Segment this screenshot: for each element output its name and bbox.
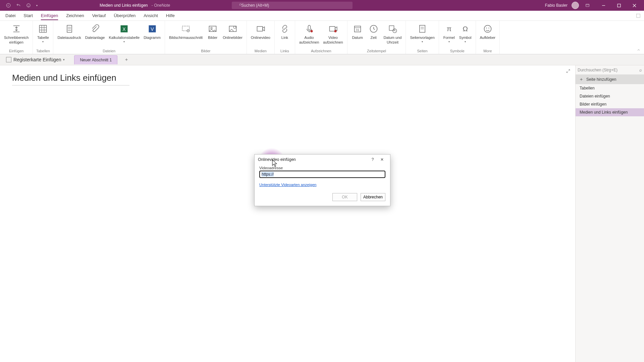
dialog-help-button[interactable]: ? xyxy=(368,156,377,164)
menu-tab-hilfe[interactable]: Hilfe xyxy=(162,11,179,21)
time-icon xyxy=(368,23,380,35)
menu-tab-ansicht[interactable]: Ansicht xyxy=(140,11,162,21)
page-list-item[interactable]: Medien und Links einfügen xyxy=(576,108,644,116)
ribbon-btn-attachment[interactable]: Dateianlage xyxy=(83,22,107,41)
menu-tab-überprüfen[interactable]: Überprüfen xyxy=(110,11,140,21)
ribbon-group-label: Bilder xyxy=(201,49,210,54)
ribbon-btn-label: Link xyxy=(281,36,288,40)
ribbon-btn-symbol[interactable]: ΩSymbol▾ xyxy=(457,22,474,44)
ribbon-btn-pictures[interactable]: Bilder xyxy=(205,22,221,41)
svg-rect-11 xyxy=(40,25,47,33)
menu-tab-einfügen[interactable]: Einfügen xyxy=(37,11,62,21)
menu-tab-label: Überprüfen xyxy=(114,13,136,18)
supported-video-types-link[interactable]: Unterstützte Videoarten anzeigen xyxy=(259,183,316,187)
dialog-cancel-button[interactable]: Abbrechen xyxy=(361,193,385,201)
dialog-title: Onlinevideo einfügen xyxy=(258,157,296,162)
ribbon-btn-record-audio[interactable]: Audio aufzeichnen xyxy=(297,22,321,46)
ribbon-btn-screen-clipping[interactable]: Bildschirmausschnitt xyxy=(167,22,205,41)
add-section-button[interactable]: ＋ xyxy=(122,56,131,63)
ribbon-btn-label: Audio aufzeichnen xyxy=(299,36,319,45)
ribbon-btn-visio[interactable]: VDiagramm xyxy=(142,22,163,41)
insert-space-icon xyxy=(10,23,22,35)
ribbon-btn-equation[interactable]: πFormel▾ xyxy=(441,22,457,44)
menu-tab-label: Ansicht xyxy=(144,13,158,18)
ribbon-btn-label: Datum xyxy=(352,36,363,40)
dialog-close-button[interactable]: ✕ xyxy=(377,156,387,164)
qat-customize-button[interactable]: ▾ xyxy=(34,4,40,7)
expand-page-button[interactable] xyxy=(566,69,571,73)
ribbon-group-seiten: Seitenvorlagen▾Seiten xyxy=(406,21,439,54)
menu-tab-start[interactable]: Start xyxy=(19,11,37,21)
ribbon-group-label: Seiten xyxy=(417,49,428,54)
chevron-down-icon: ▾ xyxy=(422,40,423,43)
video-address-input[interactable] xyxy=(259,171,385,178)
ribbon-group-links: LinkLinks xyxy=(275,21,295,54)
nav-back-button[interactable] xyxy=(4,1,13,9)
share-button[interactable] xyxy=(636,13,641,18)
ribbon-btn-insert-space[interactable]: Schreibbereich einfügen xyxy=(2,22,31,46)
page-list-item[interactable]: Tabellen xyxy=(576,84,644,92)
svg-point-48 xyxy=(488,28,489,28)
close-button[interactable] xyxy=(627,0,642,11)
record-video-icon xyxy=(327,23,339,35)
ribbon-group-label: Aufzeichnen xyxy=(311,49,331,54)
ribbon-btn-file-printout[interactable]: Dateiausdruck xyxy=(55,22,83,41)
minimize-button[interactable] xyxy=(596,0,611,11)
page-search-input[interactable] xyxy=(578,68,638,72)
ribbon-btn-label: Datum und Uhrzeit xyxy=(384,36,402,45)
svg-rect-24 xyxy=(182,26,190,31)
fullscreen-icon xyxy=(636,13,641,18)
svg-rect-31 xyxy=(308,25,310,30)
menu-tab-verlauf[interactable]: Verlauf xyxy=(88,11,110,21)
page-list-item[interactable]: Bilder einfügen xyxy=(576,100,644,108)
ribbon-btn-page-templates[interactable]: Seitenvorlagen▾ xyxy=(408,22,436,44)
ribbon-btn-time[interactable]: Zeit xyxy=(366,22,382,41)
maximize-button[interactable] xyxy=(611,0,627,11)
ribbon-group-label: Links xyxy=(280,49,289,54)
ribbon-btn-date[interactable]: 31Datum xyxy=(350,22,366,41)
notebook-dropdown[interactable]: Registerkarte Einfügen ▾ xyxy=(3,56,68,64)
ribbon-group-label: Einfügen xyxy=(9,49,23,54)
ribbon-group-dateien: DateiausdruckDateianlageXKalkulationstab… xyxy=(53,21,165,54)
ribbon-display-options[interactable] xyxy=(583,1,592,9)
ribbon-btn-sticker[interactable]: Aufkleber xyxy=(478,22,497,41)
section-tab[interactable]: Neuer Abschnitt 1 xyxy=(74,55,117,64)
ribbon-btn-date-time[interactable]: Datum und Uhrzeit xyxy=(382,22,404,46)
attachment-icon xyxy=(89,23,101,35)
dialog-ok-button[interactable]: OK xyxy=(332,193,357,201)
ribbon-btn-record-video[interactable]: Video aufzeichnen xyxy=(321,22,345,46)
equation-icon: π xyxy=(443,23,455,35)
undo-button[interactable] xyxy=(14,1,23,9)
ribbon-btn-label: Tabelle xyxy=(37,36,49,40)
menu-tab-zeichnen[interactable]: Zeichnen xyxy=(62,11,88,21)
tell-me-search[interactable] xyxy=(232,2,353,9)
menu-tab-datei[interactable]: Datei xyxy=(1,11,19,21)
page-templates-icon xyxy=(416,23,428,35)
smiley-icon xyxy=(26,3,31,8)
page-canvas[interactable]: Medien und Links einfügen xyxy=(0,65,575,362)
ribbon-btn-online-pictures[interactable]: Onlinebilder xyxy=(221,22,245,41)
table-icon xyxy=(37,23,49,35)
ribbon-btn-online-video[interactable]: Onlinevideo xyxy=(249,22,272,41)
collapse-ribbon-button[interactable] xyxy=(637,48,641,52)
account-name[interactable]: Fabio Basler xyxy=(545,3,568,8)
sticker-icon xyxy=(482,23,494,35)
dialog-titlebar[interactable]: Onlinevideo einfügen ? ✕ xyxy=(255,155,390,165)
page-list-item[interactable]: Dateien einfügen xyxy=(576,92,644,100)
menu-tab-label: Einfügen xyxy=(41,13,58,18)
insert-online-video-dialog: Onlinevideo einfügen ? ✕ Videoadresse Un… xyxy=(254,154,390,206)
svg-point-34 xyxy=(334,30,336,33)
touch-mode-button[interactable] xyxy=(24,1,33,9)
ribbon-btn-spreadsheet[interactable]: XKalkulationstabelle▾ xyxy=(107,22,142,44)
ribbon-group-bilder: BildschirmausschnittBilderOnlinebilderBi… xyxy=(165,21,247,54)
page-list-item-label: Dateien einfügen xyxy=(580,94,610,99)
account-avatar[interactable] xyxy=(572,2,579,9)
svg-text:V: V xyxy=(151,26,154,32)
search-icon[interactable]: ⌕ xyxy=(638,67,642,72)
ribbon-btn-table[interactable]: Tabelle▾ xyxy=(35,22,51,44)
ribbon-btn-label: Onlinebilder xyxy=(223,36,243,40)
add-page-button[interactable]: ＋ Seite hinzufügen xyxy=(576,75,644,84)
ribbon-btn-link[interactable]: Link xyxy=(277,22,293,41)
ribbon-btn-label: Symbol xyxy=(459,36,472,40)
page-title[interactable]: Medien und Links einfügen xyxy=(12,73,129,85)
